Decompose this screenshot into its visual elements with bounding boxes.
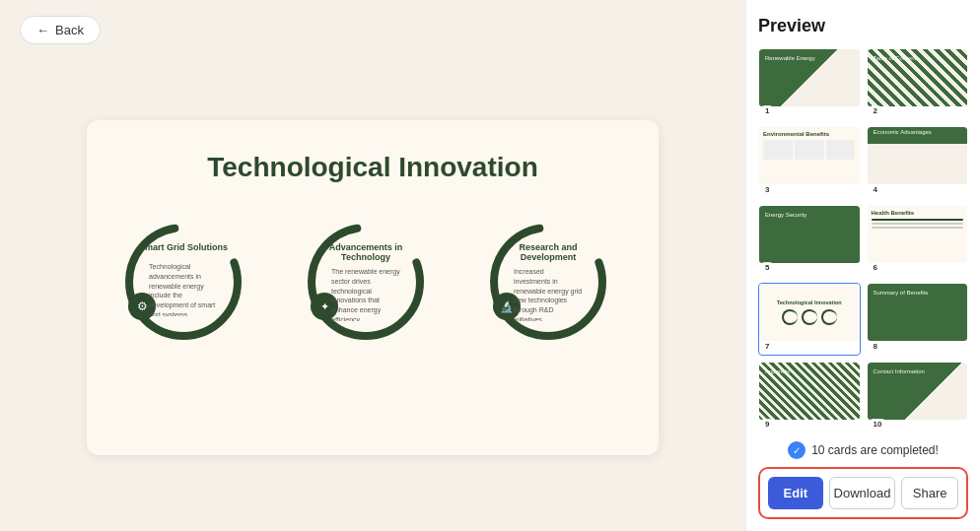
check-circle-icon: ✓ — [788, 441, 805, 459]
thumb-img-9: Appendix — [759, 363, 860, 420]
action-buttons-container: Edit Download Share — [758, 467, 968, 519]
edit-button[interactable]: Edit — [768, 477, 823, 509]
thumb-img-2: Table of Contents — [868, 49, 968, 106]
thumb-img-6: Health Benefits — [868, 206, 968, 263]
thumb-number-5: 5 — [762, 262, 772, 273]
thumb-number-9: 9 — [762, 419, 772, 430]
thumb-number-4: 4 — [871, 184, 880, 195]
svg-text:Smart Grid Solutions: Smart Grid Solutions — [138, 242, 227, 252]
svg-text:Advancements in: Advancements in — [328, 242, 402, 252]
circle-item-3: 🔬 Research and Development Increased inv… — [479, 213, 632, 351]
thumb-number-2: 2 — [871, 105, 880, 116]
thumb-label-9: Appendix — [765, 368, 790, 374]
back-button[interactable]: ← Back — [20, 16, 101, 44]
thumbnail-5[interactable]: Energy Security 5 — [758, 205, 861, 277]
svg-text:Development: Development — [520, 252, 576, 262]
main-slide: Technological Innovation ⚙ Smart Grid So… — [87, 120, 659, 455]
thumb-img-1: Renewable Energy — [759, 49, 860, 106]
thumbnail-1[interactable]: Renewable Energy 1 — [758, 48, 861, 120]
circle-item-1: ⚙ Smart Grid Solutions Technological adv… — [114, 213, 267, 351]
thumb-label-5: Energy Security — [765, 212, 806, 218]
thumb-label-4: Economic Advantages — [874, 129, 932, 135]
slide-title: Technological Innovation — [207, 152, 538, 183]
thumb-number-6: 6 — [871, 262, 880, 273]
right-panel: Preview Renewable Energy 1 Table of Cont… — [745, 0, 980, 531]
thumbnail-7[interactable]: Technological Innovation 7 — [758, 283, 861, 355]
thumbnail-3[interactable]: Environmental Benefits 3 — [758, 126, 861, 198]
thumb-img-4: Economic Advantages — [868, 127, 968, 184]
completed-text: 10 cards are completed! — [811, 443, 939, 457]
circle-arc-2: ✦ Advancements in Technology The renewab… — [297, 213, 435, 351]
thumb-number-7: 7 — [762, 341, 772, 352]
thumb-img-5: Energy Security — [759, 206, 860, 263]
thumbnail-8[interactable]: Summary of Benefits 8 — [867, 283, 969, 355]
thumbnail-6[interactable]: Health Benefits 6 — [867, 205, 969, 277]
thumb-label-10: Contact Information — [874, 368, 925, 374]
thumb-number-1: 1 — [762, 105, 772, 116]
thumbnail-10[interactable]: Contact Information 10 — [867, 362, 969, 433]
thumb-number-8: 8 — [871, 341, 880, 352]
left-area: ← Back Technological Innovation ⚙ Smart … — [0, 0, 745, 531]
download-button[interactable]: Download — [829, 477, 896, 509]
svg-text:Research and: Research and — [519, 242, 577, 252]
slide-preview-container: Technological Innovation ⚙ Smart Grid So… — [20, 60, 726, 515]
thumb-number-10: 10 — [871, 419, 885, 430]
slide-circles: ⚙ Smart Grid Solutions Technological adv… — [114, 213, 632, 351]
thumb-img-3: Environmental Benefits — [759, 127, 860, 184]
thumb-number-3: 3 — [762, 184, 772, 195]
thumb-img-7: Technological Innovation — [759, 284, 860, 341]
thumb-img-10: Contact Information — [868, 363, 968, 420]
circle-arc-1: ⚙ Smart Grid Solutions Technological adv… — [114, 213, 252, 351]
thumbnail-2[interactable]: Table of Contents 2 — [867, 48, 969, 120]
svg-text:Technology: Technology — [341, 252, 390, 262]
thumb-label-2: Table of Contents — [874, 55, 920, 61]
thumbnails-grid: Renewable Energy 1 Table of Contents 2 E… — [758, 48, 968, 433]
back-label: Back — [55, 23, 84, 37]
thumb-label-1: Renewable Energy — [765, 55, 815, 61]
svg-text:⚙: ⚙ — [136, 299, 147, 313]
preview-title: Preview — [758, 16, 968, 36]
svg-text:✦: ✦ — [319, 300, 328, 312]
thumbnail-4[interactable]: Economic Advantages 4 — [867, 126, 969, 198]
completed-row: ✓ 10 cards are completed! — [758, 433, 968, 467]
thumb-label-8: Summary of Benefits — [874, 290, 929, 296]
thumb-img-8: Summary of Benefits — [868, 284, 968, 341]
circle-item-2: ✦ Advancements in Technology The renewab… — [297, 213, 450, 351]
back-arrow-icon: ← — [36, 23, 49, 37]
share-button[interactable]: Share — [901, 477, 958, 509]
svg-text:🔬: 🔬 — [500, 299, 514, 313]
circle-arc-3: 🔬 Research and Development Increased inv… — [479, 213, 617, 351]
thumbnail-9[interactable]: Appendix 9 — [758, 362, 861, 433]
